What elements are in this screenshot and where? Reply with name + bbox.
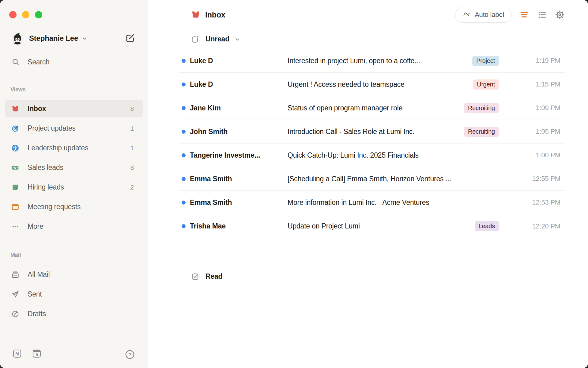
sidebar-item-label: Sales leads xyxy=(28,163,63,172)
unread-count: 1 xyxy=(130,125,134,132)
help-icon[interactable]: ? xyxy=(125,349,135,360)
email-time: 1:19 PM xyxy=(504,57,565,65)
email-tag[interactable]: Recruiting xyxy=(464,127,499,137)
unread-icon xyxy=(191,35,199,43)
unread-dot xyxy=(182,224,186,228)
mail-section-label: Mail xyxy=(10,252,21,259)
auto-label-button[interactable]: Auto label xyxy=(455,7,512,23)
window-controls xyxy=(9,11,42,18)
email-time: 12:55 PM xyxy=(504,175,565,183)
unread-count: 2 xyxy=(130,184,134,191)
email-tag[interactable]: Project xyxy=(472,56,499,66)
sidebar-item-drafts[interactable]: Drafts xyxy=(5,305,143,323)
avatar xyxy=(11,32,24,44)
sidebar-item-sent[interactable]: Sent xyxy=(5,286,143,303)
read-checkbox-icon[interactable] xyxy=(191,272,199,281)
sidebar-item-project-updates[interactable]: Project updates 1 xyxy=(5,120,143,137)
calendar-app-icon[interactable]: 6 xyxy=(32,349,41,358)
views-section-label: Views xyxy=(10,86,26,93)
profile-name: Stephanie Lee xyxy=(29,34,78,43)
chevron-down-icon[interactable] xyxy=(234,36,241,43)
unread-dot xyxy=(182,59,186,63)
sidebar-item-label: Sent xyxy=(28,290,42,298)
list-view-button[interactable] xyxy=(537,10,547,20)
sidebar-item-label: More xyxy=(28,222,43,231)
email-subject: More information in Lumi Inc. - Acme Ven… xyxy=(288,198,504,207)
unread-dot xyxy=(182,153,186,157)
sidebar-item-label: All Mail xyxy=(28,270,50,279)
sidebar-item-meeting-requests[interactable]: Meeting requests xyxy=(5,198,143,216)
note-icon xyxy=(11,183,19,191)
email-sender: Tangerine Investme... xyxy=(190,151,288,159)
svg-text:N: N xyxy=(15,351,19,356)
auto-label-wand-icon xyxy=(463,11,471,19)
email-time: 1:09 PM xyxy=(504,104,565,112)
email-subject: Update on Project Lumi xyxy=(288,222,475,230)
all-mail-icon xyxy=(11,271,19,279)
sidebar-item-leadership-updates[interactable]: Leadership updates 1 xyxy=(5,139,143,157)
email-subject: [Scheduling a Call] Emma Smith, Horizon … xyxy=(288,175,504,183)
email-subject: Interested in project Lumi, open to a co… xyxy=(288,57,472,65)
email-row[interactable]: Emma Smith More information in Lumi Inc.… xyxy=(179,191,565,214)
email-time: 1:15 PM xyxy=(504,80,565,88)
close-button[interactable] xyxy=(9,11,17,18)
ellipsis-icon xyxy=(11,223,19,231)
gear-icon xyxy=(555,10,565,20)
email-tag[interactable]: Urgent xyxy=(473,79,499,90)
unread-count: 1 xyxy=(130,144,134,152)
svg-text:6: 6 xyxy=(36,353,38,357)
email-sender: John Smith xyxy=(190,128,288,136)
inbox-icon xyxy=(191,10,200,19)
sidebar-item-all-mail[interactable]: All Mail xyxy=(5,266,143,283)
unread-count: 8 xyxy=(130,164,134,171)
mail-app-window: Stephanie Lee Search Views xyxy=(0,0,588,368)
email-time: 12:53 PM xyxy=(504,198,565,206)
email-time: 1:00 PM xyxy=(504,151,565,159)
email-subject: Introduction Call - Sales Role at Lumi I… xyxy=(288,128,464,136)
email-row[interactable]: Emma Smith [Scheduling a Call] Emma Smit… xyxy=(179,167,565,191)
filter-button[interactable] xyxy=(519,10,530,20)
sidebar-item-inbox[interactable]: Inbox 8 xyxy=(5,100,143,117)
read-section-label: Read xyxy=(205,272,222,281)
email-row[interactable]: John Smith Introduction Call - Sales Rol… xyxy=(179,120,565,144)
email-time: 12:20 PM xyxy=(504,222,565,230)
unread-dot xyxy=(182,106,186,110)
email-sender: Jane Kim xyxy=(190,104,288,112)
settings-button[interactable] xyxy=(555,10,565,20)
auto-label-text: Auto label xyxy=(475,11,504,19)
sidebar-item-label: Leadership updates xyxy=(28,144,88,152)
email-row[interactable]: Jane Kim Status of open program manager … xyxy=(179,96,565,120)
unread-section-label: Unread xyxy=(205,35,229,43)
person-circle-icon xyxy=(11,144,19,152)
sidebar-item-more[interactable]: More xyxy=(5,218,143,235)
unread-dot xyxy=(182,130,186,134)
sidebar-footer: N 6 ? xyxy=(0,348,148,362)
search-button[interactable]: Search xyxy=(12,57,50,67)
email-row[interactable]: Luke D Interested in project Lumi, open … xyxy=(179,49,565,73)
email-subject: Urgent ! Access needed to teamspace xyxy=(288,80,473,89)
search-label: Search xyxy=(28,58,50,66)
zoom-button[interactable] xyxy=(35,11,42,18)
unread-dot xyxy=(182,177,186,181)
email-sender: Luke D xyxy=(190,80,288,89)
email-sender: Emma Smith xyxy=(190,198,288,207)
notion-app-icon[interactable]: N xyxy=(13,349,21,358)
svg-text:?: ? xyxy=(129,352,131,357)
sidebar-item-hiring-leads[interactable]: Hiring leads 2 xyxy=(5,178,143,196)
sidebar-item-sales-leads[interactable]: Sales leads 8 xyxy=(5,159,143,176)
email-row[interactable]: Luke D Urgent ! Access needed to teamspa… xyxy=(179,73,565,96)
search-icon xyxy=(12,58,20,66)
account-switcher[interactable]: Stephanie Lee xyxy=(11,32,88,44)
read-section-header: Read xyxy=(179,268,565,285)
email-tag[interactable]: Recruiting xyxy=(464,103,499,113)
list-gap xyxy=(179,238,565,268)
main-pane: Inbox Auto label xyxy=(148,0,588,368)
compose-button[interactable] xyxy=(125,33,135,44)
sidebar: Stephanie Lee Search Views xyxy=(0,0,148,368)
email-row[interactable]: Tangerine Investme... Quick Catch-Up: Lu… xyxy=(179,144,565,167)
minimize-button[interactable] xyxy=(22,11,29,18)
email-row[interactable]: Trisha Mae Update on Project Lumi Leads … xyxy=(179,214,565,238)
unread-count: 8 xyxy=(130,105,134,113)
email-time: 1:05 PM xyxy=(504,128,565,136)
email-tag[interactable]: Leads xyxy=(475,221,499,231)
